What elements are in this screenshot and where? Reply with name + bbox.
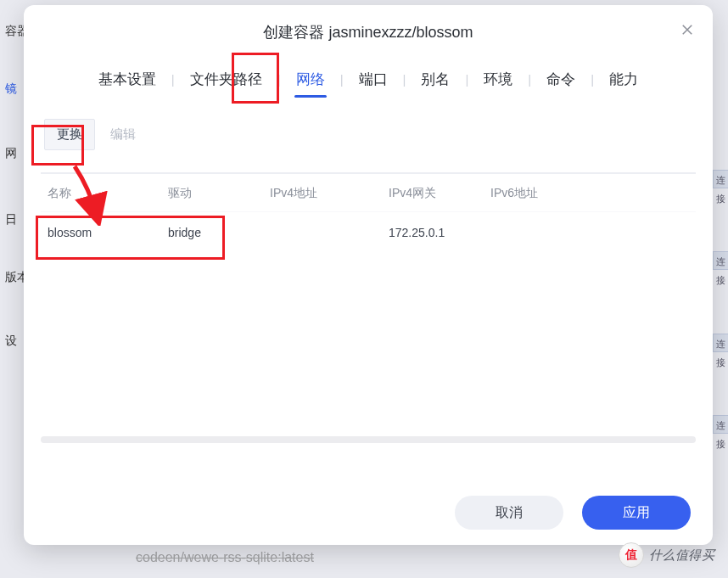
cell-driver: bridge xyxy=(168,226,270,239)
edit-button: 编辑 xyxy=(110,126,136,143)
tab-separator: | xyxy=(591,72,594,87)
col-header-ipv6: IPv6地址 xyxy=(490,186,696,201)
modal-header: 创建容器 jasminexzzz/blossom xyxy=(24,5,713,51)
table-row[interactable]: blossom bridge 172.25.0.1 xyxy=(41,212,696,253)
tab-folders[interactable]: 文件夹路径 xyxy=(188,66,264,93)
close-button[interactable] xyxy=(677,22,697,42)
watermark-text: 什么值得买 xyxy=(649,547,715,564)
horizontal-scrollbar[interactable] xyxy=(41,436,696,443)
action-row: 更换 编辑 xyxy=(41,107,696,174)
apply-button[interactable]: 应用 xyxy=(582,496,691,530)
tab-command[interactable]: 命令 xyxy=(545,66,577,93)
table-header: 名称 驱动 IPv4地址 IPv4网关 IPv6地址 xyxy=(41,174,696,212)
modal-footer: 取消 应用 xyxy=(24,484,713,545)
create-container-modal: 创建容器 jasminexzzz/blossom 基本设置 | 文件夹路径 | … xyxy=(24,5,713,545)
tab-separator: | xyxy=(403,72,406,87)
bg-text: 日 xyxy=(5,212,17,227)
tab-separator: | xyxy=(171,72,175,87)
bg-text: 镜 xyxy=(5,81,17,97)
tab-network[interactable]: 网络 xyxy=(294,66,327,93)
bg-right-tag: 连接 xyxy=(713,415,728,434)
bg-right-tag: 连接 xyxy=(713,251,728,270)
cell-ipv4 xyxy=(270,226,389,239)
tab-separator: | xyxy=(528,72,531,87)
col-header-name: 名称 xyxy=(41,186,168,201)
col-header-driver: 驱动 xyxy=(168,186,270,201)
tab-separator: | xyxy=(340,72,344,87)
watermark-badge-icon: 值 xyxy=(619,542,644,568)
col-header-ipv4: IPv4地址 xyxy=(270,186,389,201)
close-icon xyxy=(680,25,695,40)
cancel-button[interactable]: 取消 xyxy=(455,496,563,530)
watermark: 值 什么值得买 xyxy=(619,542,715,568)
bg-image-name: codeen/wewe-rss-sqlite:latest xyxy=(136,550,314,565)
tab-capabilities[interactable]: 能力 xyxy=(608,66,640,93)
col-header-ipv4gw: IPv4网关 xyxy=(389,186,490,201)
tab-separator: | xyxy=(277,72,281,87)
tab-separator: | xyxy=(465,72,468,87)
bg-right-tag: 连接 xyxy=(713,334,728,352)
bg-right-tag: 连接 xyxy=(713,170,728,188)
tabs: 基本设置 | 文件夹路径 | 网络 | 端口 | 别名 | 环境 | 命令 | … xyxy=(24,51,713,107)
bg-text: 网 xyxy=(5,146,17,161)
tab-basic[interactable]: 基本设置 xyxy=(97,66,158,93)
tab-alias[interactable]: 别名 xyxy=(419,66,451,93)
modal-body: 更换 编辑 名称 驱动 IPv4地址 IPv4网关 IPv6地址 blossom… xyxy=(24,107,713,484)
bg-text: 设 xyxy=(5,334,17,349)
cell-ipv4gw: 172.25.0.1 xyxy=(389,226,490,239)
tab-env[interactable]: 环境 xyxy=(482,66,514,93)
cell-name: blossom xyxy=(41,226,168,239)
change-button[interactable]: 更换 xyxy=(44,119,95,150)
tab-ports[interactable]: 端口 xyxy=(357,66,389,93)
cell-ipv6 xyxy=(490,226,696,239)
modal-title: 创建容器 jasminexzzz/blossom xyxy=(24,22,713,42)
